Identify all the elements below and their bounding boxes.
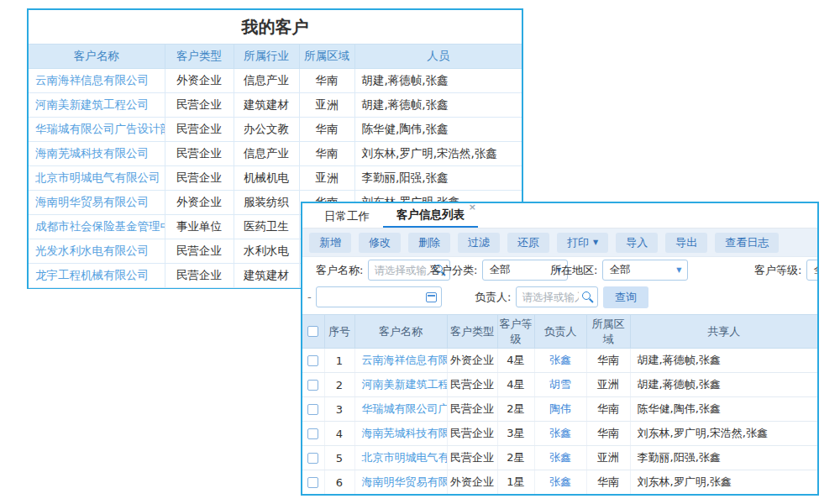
- table-row: 海南芜城科技有限公司民营企业信息产业华南刘东林,罗广明,宋浩然,张鑫: [29, 142, 522, 166]
- customer-type-cell: 事业单位: [165, 215, 234, 239]
- customer-name-link[interactable]: 海南芜城科技有限公司: [354, 422, 447, 446]
- customer-name-link[interactable]: 海南芜城科技有限公司: [29, 142, 165, 166]
- customer-name-link[interactable]: 海南明华贸易有限公司: [29, 191, 165, 215]
- customer-name-link[interactable]: 华瑞城有限公司广告设计部: [29, 118, 165, 142]
- owner-link[interactable]: 张鑫: [534, 470, 586, 495]
- toolbar-button-label: 查看日志: [725, 235, 769, 250]
- owner-link[interactable]: 陶伟: [534, 397, 586, 422]
- select-all-checkbox[interactable]: [307, 326, 318, 337]
- filter-row-2: - 负责人: 查询: [302, 284, 817, 311]
- row-checkbox[interactable]: [307, 355, 318, 366]
- toolbar-button-修改[interactable]: 修改: [359, 233, 401, 253]
- toolbar-button-label: 打印: [567, 235, 589, 250]
- table-row: 5北京市明城电气有限公司民营企业2星张鑫亚洲李勤丽,阳强,张鑫: [302, 446, 817, 470]
- toolbar-button-打印[interactable]: 打印▼: [557, 233, 608, 253]
- col-region: 所属区域: [299, 45, 354, 69]
- region-cell: 华南: [586, 422, 630, 446]
- owner-link[interactable]: 胡雪: [534, 373, 586, 397]
- page-title: 我的客户: [29, 10, 522, 44]
- toolbar-button-导入[interactable]: 导入: [616, 233, 658, 253]
- customer-name-link[interactable]: 北京市明城电气有限公司: [29, 166, 165, 191]
- filter-customer-category: 客户分类: 全部 ▼: [430, 260, 568, 281]
- tab-daily-work[interactable]: 日常工作: [311, 204, 383, 228]
- table-row: 云南海祥信息有限公司外资企业信息产业华南胡建,蒋德帧,张鑫: [29, 69, 522, 93]
- toolbar-button-label: 删除: [418, 235, 440, 250]
- toolbar-button-查看日志[interactable]: 查看日志: [715, 233, 779, 253]
- row-select-cell: [302, 446, 324, 470]
- customer-name-link[interactable]: 龙宇工程机械有限公司: [29, 264, 165, 288]
- industry-cell: 建筑建材: [234, 264, 299, 288]
- col-industry: 所属行业: [234, 45, 299, 69]
- toolbar-button-label: 导出: [675, 235, 697, 250]
- region-cell: 华南: [299, 69, 354, 93]
- calendar-icon[interactable]: [426, 292, 437, 302]
- customer-level-select[interactable]: 全部 ▼: [806, 260, 819, 281]
- query-button[interactable]: 查询: [603, 286, 648, 308]
- table-row: 1云南海祥信息有限公司外资企业4星张鑫华南胡建,蒋德帧,张鑫: [302, 349, 817, 373]
- toolbar-button-过滤[interactable]: 过滤: [458, 233, 500, 253]
- toolbar-button-删除[interactable]: 删除: [408, 233, 450, 253]
- customer-info-table: 序号 客户名称 客户类型 客户等级 负责人 所属区域 共享人 1云南海祥信息有限…: [302, 314, 817, 495]
- customer-name-link[interactable]: 海南明华贸易有限公司: [354, 470, 447, 495]
- customer-type-cell: 民营企业: [165, 142, 234, 166]
- toolbar-button-还原[interactable]: 还原: [507, 233, 549, 253]
- toolbar: 新增修改删除过滤还原打印▼导入导出查看日志: [302, 228, 817, 257]
- row-checkbox[interactable]: [307, 380, 318, 391]
- toolbar-button-label: 修改: [369, 235, 391, 250]
- customer-list-window: 日常工作 客户信息列表 × 新增修改删除过滤还原打印▼导入导出查看日志 客户名称…: [301, 202, 819, 496]
- customer-name-link[interactable]: 云南海祥信息有限公司: [354, 349, 447, 373]
- row-checkbox[interactable]: [307, 477, 318, 488]
- shared-people-cell: 胡建,蒋德帧,张鑫: [630, 373, 817, 397]
- customer-type-cell: 民营企业: [447, 446, 497, 470]
- col-owner: 负责人: [534, 315, 586, 349]
- search-icon[interactable]: [582, 291, 594, 303]
- col-shared: 共享人: [630, 315, 817, 349]
- toolbar-button-新增[interactable]: 新增: [309, 233, 351, 253]
- industry-cell: 信息产业: [234, 142, 299, 166]
- customer-type-cell: 民营企业: [165, 93, 234, 118]
- owner-link[interactable]: 张鑫: [534, 422, 586, 446]
- customer-name-link[interactable]: 成都市社会保险基金管理中心: [29, 215, 165, 239]
- table-row: 3华瑞城有限公司广告设...民营企业2星陶伟华南陈华健,陶伟,张鑫: [302, 397, 817, 422]
- tab-customer-info-list[interactable]: 客户信息列表 ×: [383, 202, 478, 228]
- table-header-row: 序号 客户名称 客户类型 客户等级 负责人 所属区域 共享人: [302, 315, 817, 349]
- industry-cell: 办公文教: [234, 118, 299, 142]
- industry-cell: 建筑建材: [234, 93, 299, 118]
- shared-people-cell: 刘东林,罗广明,张鑫: [630, 470, 817, 495]
- owner-link[interactable]: 张鑫: [534, 446, 586, 470]
- customer-name-link[interactable]: 云南海祥信息有限公司: [29, 69, 165, 93]
- industry-cell: 医药卫生: [234, 215, 299, 239]
- customer-type-cell: 民营企业: [165, 118, 234, 142]
- table-row: 2河南美新建筑工程公司民营企业4星胡雪亚洲胡建,蒋德帧,张鑫: [302, 373, 817, 397]
- filter-row-1: 客户名称: 客户分类: 全部 ▼ 所在地区: 全部 ▼ 客户等级: 全部: [302, 257, 817, 284]
- customer-name-link[interactable]: 河南美新建筑工程公司: [354, 373, 447, 397]
- region-cell: 亚洲: [586, 446, 630, 470]
- owner-link[interactable]: 张鑫: [534, 349, 586, 373]
- customer-name-link[interactable]: 华瑞城有限公司广告设...: [354, 397, 447, 422]
- region-cell: 华南: [299, 118, 354, 142]
- close-icon[interactable]: ×: [469, 202, 476, 212]
- customer-name-link[interactable]: 河南美新建筑工程公司: [29, 93, 165, 118]
- customer-name-link[interactable]: 北京市明城电气有限公司: [354, 446, 447, 470]
- customer-type-cell: 民营企业: [165, 264, 234, 288]
- customer-type-cell: 外资企业: [447, 470, 497, 495]
- seq-cell: 5: [324, 446, 354, 470]
- row-checkbox[interactable]: [307, 453, 318, 464]
- industry-cell: 服装纺织: [234, 191, 299, 215]
- row-select-cell: [302, 397, 324, 422]
- table-row: 华瑞城有限公司广告设计部民营企业办公文教华南陈华健,陶伟,张鑫: [29, 118, 522, 142]
- area-select[interactable]: 全部 ▼: [602, 260, 688, 281]
- seq-cell: 4: [324, 422, 354, 446]
- col-customer-name: 客户名称: [354, 315, 447, 349]
- chevron-down-icon: ▼: [593, 239, 598, 246]
- customer-type-cell: 外资企业: [165, 69, 234, 93]
- industry-cell: 水利水电: [234, 239, 299, 264]
- toolbar-button-label: 新增: [319, 235, 341, 250]
- row-checkbox[interactable]: [307, 428, 318, 439]
- col-customer-level: 客户等级: [497, 315, 534, 349]
- row-checkbox[interactable]: [307, 404, 318, 415]
- customer-name-link[interactable]: 光发水利水电有限公司: [29, 239, 165, 264]
- table-row: 6海南明华贸易有限公司外资企业1星张鑫华南刘东林,罗广明,张鑫: [302, 470, 817, 495]
- toolbar-button-导出[interactable]: 导出: [665, 233, 707, 253]
- date-input[interactable]: [316, 286, 442, 307]
